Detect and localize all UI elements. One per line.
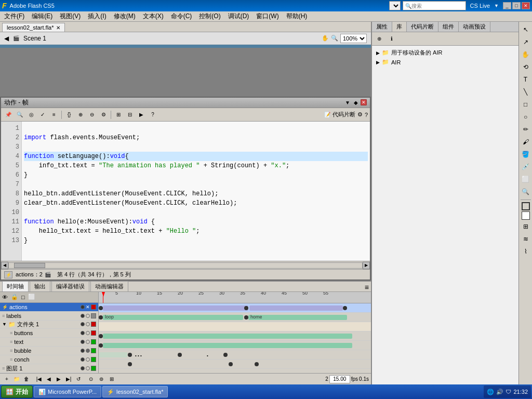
debug-options-btn[interactable]: ⚙ <box>98 110 109 120</box>
delete-btn[interactable]: ⊖ <box>87 110 97 120</box>
help-btn[interactable]: ? <box>148 110 158 120</box>
layer-btns-lock[interactable] <box>86 331 90 335</box>
tool-subselect[interactable]: ↗ <box>520 36 531 48</box>
tool-stroke-color[interactable] <box>522 202 530 210</box>
insert-target-btn[interactable]: ◎ <box>26 110 36 120</box>
scrollbar-thumb[interactable] <box>14 263 45 268</box>
lib-item-air[interactable]: ▶ 📁 AIR <box>374 58 530 66</box>
auto-format-btn[interactable]: ≡ <box>49 110 59 120</box>
collapse-btn[interactable]: ⊞ <box>113 110 124 120</box>
edit-multiple-btn[interactable]: ⊞ <box>107 375 116 383</box>
tab-components[interactable]: 组件 <box>438 22 459 32</box>
menu-help[interactable]: 帮助(H) <box>283 11 311 22</box>
layer-conch-vis[interactable] <box>81 357 85 362</box>
menu-command[interactable]: 命令(C) <box>168 11 195 22</box>
menu-text[interactable]: 文本(X) <box>140 11 167 22</box>
tool-straighten[interactable]: ⌇ <box>520 246 531 257</box>
layer-row-actions[interactable]: ⚡ actions ✕ <box>0 303 98 312</box>
tool-line[interactable]: ╲ <box>520 86 531 98</box>
doc-tab-close[interactable]: ✕ <box>56 25 60 31</box>
menu-edit[interactable]: 编辑(E) <box>29 11 56 22</box>
tool-smooth[interactable]: ≋ <box>520 233 531 245</box>
tool-oval[interactable]: ○ <box>520 111 531 123</box>
tab-timeline[interactable]: 时间轴 <box>2 281 29 291</box>
layer-row-text[interactable]: ≡ text <box>0 338 98 347</box>
layer1-vis[interactable] <box>81 366 85 370</box>
menu-control[interactable]: 控制(O) <box>196 11 223 22</box>
fps-input[interactable] <box>329 375 350 383</box>
tab-compiler[interactable]: 编译器错误 <box>51 281 89 291</box>
actions-close[interactable]: ✕ <box>361 99 367 105</box>
snippet-settings-icon[interactable]: ⚙ <box>357 111 363 118</box>
folder-expand-arrow[interactable]: ▼ <box>2 322 7 327</box>
lib-item-air-mobile[interactable]: ▶ 📁 用于移动设备的 AIR <box>374 48 530 58</box>
layer-row-labels[interactable]: ≡ labels <box>0 312 98 321</box>
tab-animation-editor[interactable]: 动画编辑器 <box>90 281 128 291</box>
search-input[interactable] <box>411 3 463 9</box>
apply-btn[interactable]: ▶ <box>136 110 147 120</box>
workspace-select[interactable]: 基本功能 <box>389 1 401 10</box>
pin-script-btn[interactable]: 📌 <box>3 110 14 120</box>
new-symbol-btn[interactable]: ⊕ <box>374 34 384 44</box>
playhead[interactable] <box>103 292 103 303</box>
tab-anim-presets[interactable]: 动画预设 <box>459 22 490 32</box>
menu-modify[interactable]: 修改(M) <box>111 11 139 22</box>
layer-vis-dot[interactable] <box>81 305 85 309</box>
add-layer-btn[interactable]: + <box>2 375 11 383</box>
tool-pencil[interactable]: ✏ <box>520 124 531 135</box>
tool-eraser[interactable]: ⬜ <box>520 174 531 185</box>
layer-bubble-lock[interactable] <box>86 349 90 353</box>
layer-row-bubble[interactable]: ≡ bubble <box>0 347 98 355</box>
tool-pan[interactable]: ✋ <box>520 49 531 60</box>
taskbar-item-flash[interactable]: ⚡ lesson02_start.fla* <box>102 386 168 397</box>
layer1-lock[interactable] <box>86 366 90 370</box>
tab-output[interactable]: 输出 <box>30 281 50 291</box>
scroll-left-btn[interactable]: ◀ <box>1 262 8 269</box>
layer-row-folder[interactable]: ▼ 📁 文件夹 1 <box>0 321 98 329</box>
loop-btn[interactable]: ↺ <box>74 375 83 383</box>
layer-text-lock[interactable] <box>86 340 90 344</box>
tool-zoom[interactable]: 🔍 <box>520 186 531 197</box>
layer-row-layer1[interactable]: ≡ 图层 1 <box>0 364 98 373</box>
scroll-right-btn[interactable]: ▶ <box>363 262 370 269</box>
properties-btn[interactable]: ℹ <box>387 34 397 44</box>
maximize-button[interactable]: □ <box>512 2 521 9</box>
new-item-btn[interactable]: ⊕ <box>75 110 86 120</box>
next-frame-btn[interactable]: ▶| <box>64 375 73 383</box>
zoom-select[interactable]: 100% <box>340 34 367 43</box>
outline-icon[interactable]: ⬜ <box>28 294 35 300</box>
onion-btn[interactable]: ⊙ <box>86 375 96 383</box>
layer-bubble-vis[interactable] <box>81 349 85 353</box>
tool-text[interactable]: T <box>520 74 531 85</box>
actions-help-icon[interactable]: ? <box>365 112 368 118</box>
add-folder-btn[interactable]: 📁 <box>12 375 21 383</box>
minimize-button[interactable]: _ <box>503 2 511 9</box>
layer-lock-icon[interactable]: ✕ <box>86 304 90 310</box>
check-syntax-btn[interactable]: ✓ <box>37 110 48 120</box>
menu-window[interactable]: 窗口(W) <box>253 11 282 22</box>
close-button[interactable]: ✕ <box>522 2 530 9</box>
zoom-icon[interactable]: 🔍 <box>331 35 338 42</box>
scrollbar-track[interactable] <box>8 262 363 269</box>
actions-minimize[interactable]: ▼ <box>344 99 351 107</box>
frame-icon-header[interactable]: □ <box>21 294 25 300</box>
taskbar-item-powerpoint[interactable]: 📊 Microsoft PowerP... <box>34 386 101 397</box>
start-button[interactable]: 🪟 开始 <box>1 385 33 398</box>
tool-snap[interactable]: ⊞ <box>520 221 531 232</box>
actions-expand[interactable]: ◆ <box>352 99 360 107</box>
prev-frame-btn[interactable]: ◀ <box>44 375 54 383</box>
document-tab[interactable]: lesson02_start.fla* ✕ <box>2 23 65 32</box>
tool-arrow[interactable]: ↖ <box>520 24 531 35</box>
menu-insert[interactable]: 插入(I) <box>85 11 109 22</box>
tab-snippets[interactable]: 代码片断 <box>407 22 438 32</box>
hand-tool-icon[interactable]: ✋ <box>322 35 329 42</box>
tool-rect[interactable]: □ <box>520 99 531 110</box>
first-frame-btn[interactable]: |◀ <box>34 375 44 383</box>
layer-row-buttons[interactable]: ≡ buttons <box>0 329 98 338</box>
tool-transform[interactable]: ⟲ <box>520 61 531 73</box>
layer-btns-vis[interactable] <box>81 331 85 335</box>
menu-file[interactable]: 文件(F) <box>1 11 28 22</box>
tool-fill-color[interactable] <box>522 211 530 220</box>
tab-properties[interactable]: 属性 <box>372 22 392 32</box>
layer-text-vis[interactable] <box>81 340 85 344</box>
